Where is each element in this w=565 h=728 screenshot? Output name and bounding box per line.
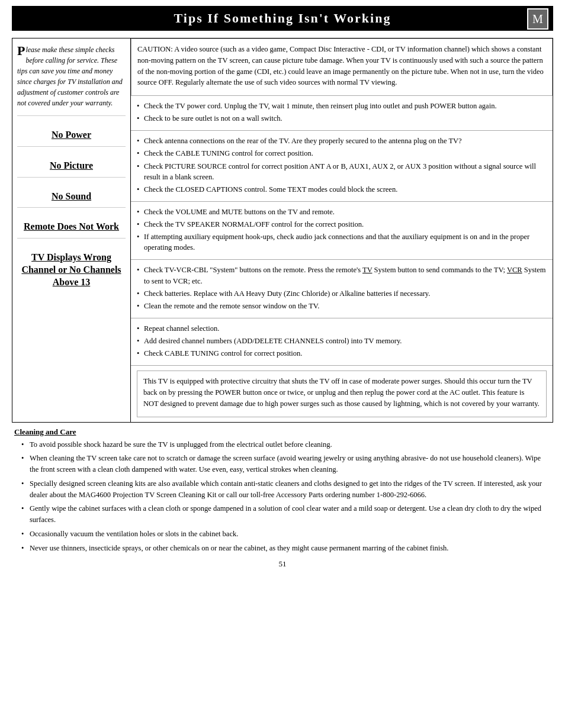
- list-item: Check the TV SPEAKER NORMAL/OFF control …: [137, 219, 547, 230]
- list-item: Check the TV power cord. Unplug the TV, …: [137, 101, 547, 111]
- main-content-box: Please make these simple checks before c…: [12, 38, 553, 423]
- list-item: If attempting auxiliary equipment hook-u…: [137, 231, 547, 253]
- list-item: Occasionally vacuum the ventilation hole…: [21, 529, 551, 540]
- list-item: Check CABLE TUNING control for correct p…: [137, 348, 547, 359]
- power-surge-text: This TV is equipped with protective circ…: [143, 376, 540, 409]
- left-section-no-power: No Power: [17, 115, 126, 141]
- caution-box: CAUTION: A video source (such as a video…: [131, 38, 553, 96]
- page-number: 51: [12, 559, 553, 569]
- label-tv-displays: TV Displays Wrong Channel or No Channels…: [17, 252, 126, 288]
- list-item: When cleaning the TV screen take care no…: [21, 453, 551, 475]
- no-sound-list: Check the VOLUME and MUTE buttons on the…: [137, 207, 547, 253]
- label-no-power: No Power: [17, 129, 126, 141]
- tv-channels-list: Repeat channel selection. Add desired ch…: [137, 323, 547, 359]
- cleaning-title: Cleaning and Care: [14, 427, 551, 437]
- tip-section-no-picture: Check antenna connections on the rear of…: [131, 131, 553, 202]
- remote-list: Check TV-VCR-CBL "System" buttons on the…: [137, 265, 547, 311]
- list-item: Check the CABLE TUNING control for corre…: [137, 148, 547, 159]
- list-item: Gently wipe the cabinet surfaces with a …: [21, 503, 551, 526]
- label-remote: Remote Does Not Work: [17, 221, 126, 233]
- list-item: Clean the remote and the remote sensor w…: [137, 301, 547, 311]
- tip-section-tv-channels: Repeat channel selection. Add desired ch…: [131, 318, 553, 366]
- list-item: Check the VOLUME and MUTE buttons on the…: [137, 207, 547, 217]
- cleaning-section: Cleaning and Care To avoid possible shoc…: [12, 427, 553, 554]
- tip-section-remote: Check TV-VCR-CBL "System" buttons on the…: [131, 260, 553, 318]
- caution-text: CAUTION: A video source (such as a video…: [137, 44, 546, 88]
- intro-text: Please make these simple checks before c…: [17, 44, 126, 108]
- no-power-list: Check the TV power cord. Unplug the TV, …: [137, 101, 547, 124]
- tip-section-no-power: Check the TV power cord. Unplug the TV, …: [131, 96, 553, 131]
- list-item: Check PICTURE SOURCE control for correct…: [137, 161, 547, 182]
- left-section-no-sound: No Sound: [17, 177, 126, 203]
- label-no-picture: No Picture: [17, 160, 126, 172]
- list-item: To avoid possible shock hazard be sure t…: [21, 439, 551, 450]
- list-item: Never use thinners, insecticide sprays, …: [21, 543, 551, 554]
- left-section-remote: Remote Does Not Work: [17, 207, 126, 233]
- list-item: Repeat channel selection.: [137, 323, 547, 334]
- drop-cap: P: [17, 44, 25, 57]
- left-section-tv-displays: TV Displays Wrong Channel or No Channels…: [17, 238, 126, 288]
- left-column: Please make these simple checks before c…: [12, 38, 131, 422]
- power-surge-box: This TV is equipped with protective circ…: [137, 371, 547, 417]
- list-item: Check TV-VCR-CBL "System" buttons on the…: [137, 265, 547, 286]
- left-section-no-picture: No Picture: [17, 146, 126, 172]
- label-no-sound: No Sound: [17, 191, 126, 203]
- right-column: CAUTION: A video source (such as a video…: [131, 38, 553, 422]
- no-picture-list: Check antenna connections on the rear of…: [137, 136, 547, 195]
- list-item: Check antenna connections on the rear of…: [137, 136, 547, 146]
- list-item: Add desired channel numbers (ADD/DELETE …: [137, 336, 547, 346]
- list-item: Check the CLOSED CAPTIONS control. Some …: [137, 184, 547, 195]
- header-icon: M: [527, 8, 548, 30]
- tip-section-no-sound: Check the VOLUME and MUTE buttons on the…: [131, 202, 553, 260]
- page-header: Tips If Something Isn't Working M: [12, 6, 553, 31]
- intro-body: lease make these simple checks before ca…: [17, 46, 123, 107]
- page-title: Tips If Something Isn't Working: [174, 11, 391, 26]
- list-item: Specially designed screen cleaning kits …: [21, 478, 551, 501]
- cleaning-list: To avoid possible shock hazard be sure t…: [21, 439, 551, 554]
- list-item: Check batteries. Replace with AA Heavy D…: [137, 288, 547, 299]
- list-item: Check to be sure outlet is not on a wall…: [137, 113, 547, 124]
